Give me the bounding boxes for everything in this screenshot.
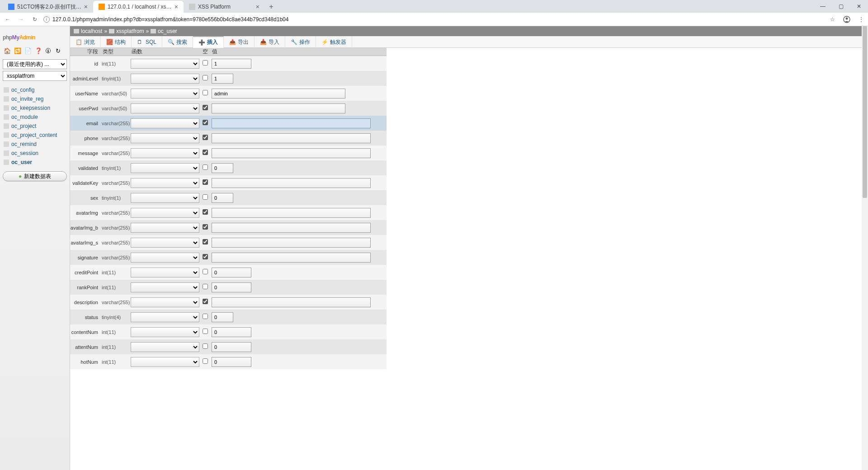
null-checkbox[interactable]	[203, 284, 208, 289]
value-input[interactable]	[212, 148, 371, 158]
function-select[interactable]	[131, 133, 199, 143]
browser-tab[interactable]: 51CTO博客2.0-原创IT技术文章… ×	[3, 1, 93, 13]
recent-tables-select[interactable]: (最近使用的表) ...	[3, 59, 67, 69]
value-input[interactable]	[212, 118, 371, 128]
function-select[interactable]	[131, 118, 199, 128]
browser-tab[interactable]: 127.0.0.1 / localhost / xssplatf… ×	[93, 1, 184, 13]
function-select[interactable]	[131, 74, 199, 84]
minimize-button[interactable]: —	[814, 0, 832, 13]
function-select[interactable]	[131, 103, 199, 113]
tab-操作[interactable]: 🔧操作	[285, 36, 316, 48]
value-input[interactable]	[212, 253, 371, 263]
null-checkbox[interactable]	[203, 209, 208, 215]
null-checkbox[interactable]	[203, 164, 208, 170]
sidebar-table-link[interactable]: oc_keepsession	[3, 103, 67, 113]
url-field[interactable]: i 127.0.0.1/phpmyadmin/index.php?db=xssp…	[43, 14, 825, 24]
tab-导出[interactable]: 📤导出	[224, 36, 255, 48]
value-input[interactable]	[212, 74, 233, 84]
value-input[interactable]	[212, 89, 345, 99]
function-select[interactable]	[131, 357, 199, 367]
value-input[interactable]	[212, 342, 251, 352]
home-icon[interactable]: 🏠	[4, 47, 11, 55]
close-window-button[interactable]: ✕	[850, 0, 868, 13]
value-input[interactable]	[212, 133, 371, 143]
null-checkbox[interactable]	[203, 194, 208, 200]
value-input[interactable]	[212, 297, 371, 307]
query-icon[interactable]: 📄	[24, 47, 32, 55]
new-table-button[interactable]: ● 新建数据表	[3, 171, 67, 181]
value-input[interactable]	[212, 223, 371, 233]
site-info-icon[interactable]: i	[43, 16, 50, 23]
tab-浏览[interactable]: 📋浏览	[70, 36, 101, 48]
function-select[interactable]	[131, 148, 199, 158]
null-checkbox[interactable]	[203, 314, 208, 319]
reload-nav-icon[interactable]: ↻	[56, 47, 63, 55]
menu-icon[interactable]: ⋮	[857, 15, 865, 24]
tab-触发器[interactable]: ⚡触发器	[316, 36, 352, 48]
value-input[interactable]	[212, 59, 251, 69]
null-checkbox[interactable]	[203, 135, 208, 140]
function-select[interactable]	[131, 297, 199, 307]
tab-结构[interactable]: 🧱结构	[101, 36, 132, 48]
function-select[interactable]	[131, 223, 199, 233]
value-input[interactable]	[212, 268, 251, 277]
function-select[interactable]	[131, 208, 199, 218]
value-input[interactable]	[212, 103, 345, 113]
function-select[interactable]	[131, 342, 199, 352]
value-input[interactable]	[212, 178, 371, 188]
null-checkbox[interactable]	[203, 343, 208, 349]
database-select[interactable]: xssplatfrom	[3, 71, 67, 81]
sidebar-table-link[interactable]: oc_session	[3, 149, 67, 158]
new-tab-button[interactable]: +	[265, 1, 278, 13]
function-select[interactable]	[131, 282, 199, 292]
value-input[interactable]	[212, 208, 371, 218]
function-select[interactable]	[131, 89, 199, 99]
function-select[interactable]	[131, 268, 199, 277]
close-icon[interactable]: ×	[256, 3, 259, 10]
sidebar-table-link[interactable]: oc_project	[3, 122, 67, 131]
bookmark-icon[interactable]: ☆	[828, 15, 836, 24]
value-input[interactable]	[212, 327, 251, 337]
function-select[interactable]	[131, 163, 199, 173]
null-checkbox[interactable]	[203, 120, 208, 125]
breadcrumb-host[interactable]: localhost	[81, 28, 102, 34]
value-input[interactable]	[212, 193, 233, 203]
value-input[interactable]	[212, 282, 251, 292]
function-select[interactable]	[131, 193, 199, 203]
function-select[interactable]	[131, 59, 199, 69]
back-button[interactable]: ←	[3, 14, 13, 24]
docs-icon[interactable]: ❓	[35, 47, 42, 55]
tab-导入[interactable]: 📥导入	[255, 36, 285, 48]
value-input[interactable]	[212, 357, 251, 367]
function-select[interactable]	[131, 327, 199, 337]
value-input[interactable]	[212, 312, 233, 322]
close-icon[interactable]: ×	[84, 3, 88, 10]
null-checkbox[interactable]	[203, 239, 208, 244]
null-checkbox[interactable]	[203, 329, 208, 334]
null-checkbox[interactable]	[203, 254, 208, 259]
null-checkbox[interactable]	[203, 75, 208, 80]
tab-搜索[interactable]: 🔍搜索	[162, 36, 193, 48]
null-checkbox[interactable]	[203, 358, 208, 364]
null-checkbox[interactable]	[203, 150, 208, 155]
tab-SQL[interactable]: 🗒SQL	[132, 36, 162, 48]
sidebar-table-link[interactable]: oc_user	[3, 158, 67, 167]
profile-icon[interactable]	[843, 15, 851, 24]
breadcrumb-db[interactable]: xssplatfrom	[116, 28, 144, 34]
sidebar-table-link[interactable]: oc_remind	[3, 140, 67, 149]
value-input[interactable]	[212, 163, 233, 173]
null-checkbox[interactable]	[203, 224, 208, 230]
help-icon[interactable]: 🛈	[45, 47, 52, 55]
sidebar-table-link[interactable]: oc_config	[3, 85, 67, 94]
maximize-button[interactable]: ▢	[832, 0, 850, 13]
sidebar-table-link[interactable]: oc_module	[3, 113, 67, 122]
tab-插入[interactable]: ➕插入	[193, 36, 224, 48]
function-select[interactable]	[131, 178, 199, 188]
reload-button[interactable]: ↻	[30, 14, 40, 24]
null-checkbox[interactable]	[203, 90, 208, 95]
sidebar-table-link[interactable]: oc_project_content	[3, 131, 67, 140]
null-checkbox[interactable]	[203, 105, 208, 110]
null-checkbox[interactable]	[203, 269, 208, 274]
null-checkbox[interactable]	[203, 60, 208, 66]
null-checkbox[interactable]	[203, 179, 208, 185]
